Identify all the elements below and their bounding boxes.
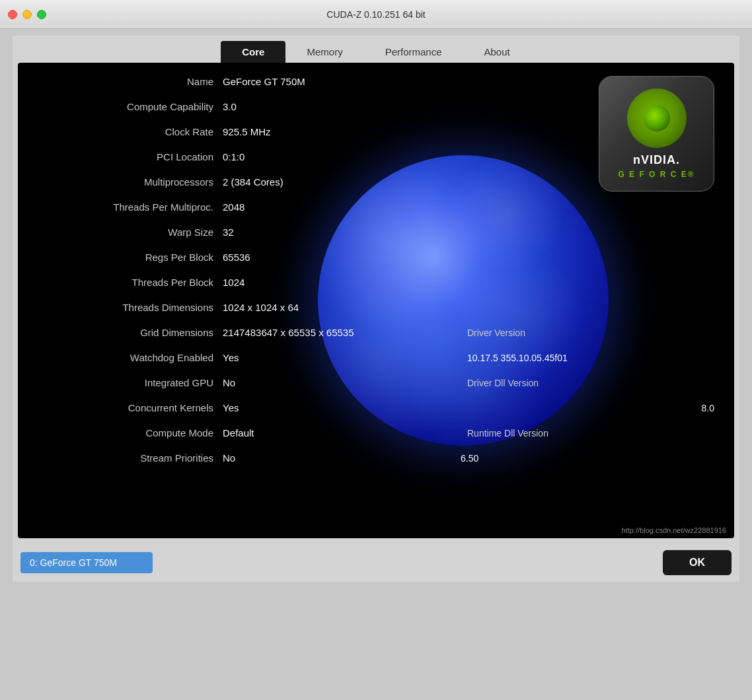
main-window: Core Memory Performance About nVIDIA. G … xyxy=(13,36,739,582)
value-integrated-gpu: No xyxy=(223,377,461,388)
nvidia-logo: nVIDIA. G E F O R C E® xyxy=(599,76,714,192)
ok-button[interactable]: OK xyxy=(663,550,732,575)
close-button[interactable] xyxy=(8,10,17,19)
value-driver-dll-version: 8.0 xyxy=(702,403,714,413)
label-compute-capability: Compute Capability xyxy=(38,101,223,112)
label-threads-dimensions: Threads Dimensions xyxy=(38,302,223,313)
tab-performance[interactable]: Performance xyxy=(364,41,463,63)
label-threads-per-multiproc: Threads Per Multiproc. xyxy=(38,201,223,213)
value-concurrent-kernels: Yes xyxy=(223,402,461,413)
value-threads-per-block: 1024 xyxy=(223,277,355,288)
value-pci-location: 0:1:0 xyxy=(223,151,355,162)
row-concurrent-kernels: Concurrent Kernels Yes 8.0 xyxy=(38,402,714,425)
tab-about[interactable]: About xyxy=(463,41,531,63)
label-pci-location: PCI Location xyxy=(38,151,223,162)
label-name: Name xyxy=(38,76,223,87)
label-driver-version: Driver Version xyxy=(467,328,525,338)
row-stream-priorities: Stream Priorities No 6.50 xyxy=(38,452,714,475)
label-regs-per-block: Regs Per Block xyxy=(38,252,223,263)
label-threads-per-block: Threads Per Block xyxy=(38,277,223,288)
geforce-text: G E F O R C E® xyxy=(618,170,695,179)
value-multiprocessors: 2 (384 Cores) xyxy=(223,176,355,188)
tabbar: Core Memory Performance About xyxy=(13,36,739,63)
row-threads-dimensions: Threads Dimensions 1024 x 1024 x 64 xyxy=(38,302,714,324)
value-warp-size: 32 xyxy=(223,227,355,238)
row-compute-mode: Compute Mode Default Runtime Dll Version xyxy=(38,427,714,450)
window-controls[interactable] xyxy=(8,10,46,19)
value-compute-capability: 3.0 xyxy=(223,101,355,112)
label-concurrent-kernels: Concurrent Kernels xyxy=(38,402,223,413)
nvidia-brand-text: nVIDIA. xyxy=(633,153,680,167)
maximize-button[interactable] xyxy=(37,10,46,19)
value-stream-priorities: No xyxy=(223,452,461,464)
row-integrated-gpu: Integrated GPU No Driver Dll Version xyxy=(38,377,714,400)
row-grid-dimensions: Grid Dimensions 2147483647 x 65535 x 655… xyxy=(38,327,714,349)
value-grid-dimensions: 2147483647 x 65535 x 65535 xyxy=(223,327,461,338)
row-warp-size: Warp Size 32 xyxy=(38,227,714,249)
row-threads-per-block: Threads Per Block 1024 xyxy=(38,277,714,299)
label-watchdog-enabled: Watchdog Enabled xyxy=(38,352,223,363)
label-compute-mode: Compute Mode xyxy=(38,427,223,438)
value-runtime-dll-version: 6.50 xyxy=(461,453,478,464)
row-threads-per-multiproc: Threads Per Multiproc. 2048 xyxy=(38,201,714,224)
row-regs-per-block: Regs Per Block 65536 xyxy=(38,252,714,274)
row-watchdog-enabled: Watchdog Enabled Yes 10.17.5 355.10.05.4… xyxy=(38,352,714,374)
value-threads-dimensions: 1024 x 1024 x 64 xyxy=(223,302,355,313)
label-integrated-gpu: Integrated GPU xyxy=(38,377,223,388)
label-grid-dimensions: Grid Dimensions xyxy=(38,327,223,338)
value-compute-mode: Default xyxy=(223,427,461,438)
label-clock-rate: Clock Rate xyxy=(38,126,223,137)
value-name: GeForce GT 750M xyxy=(223,76,355,87)
value-watchdog-enabled: Yes xyxy=(223,352,461,363)
label-runtime-dll-version: Runtime Dll Version xyxy=(467,428,548,438)
nvidia-eye-icon xyxy=(627,88,687,148)
label-multiprocessors: Multiprocessors xyxy=(38,176,223,188)
minimize-button[interactable] xyxy=(22,10,32,19)
value-regs-per-block: 65536 xyxy=(223,252,355,263)
value-driver-version: 10.17.5 355.10.05.45f01 xyxy=(467,353,568,363)
titlebar: CUDA-Z 0.10.251 64 bit xyxy=(0,0,752,29)
window-title: CUDA-Z 0.10.251 64 bit xyxy=(326,9,425,20)
label-stream-priorities: Stream Priorities xyxy=(38,452,223,464)
content-area: nVIDIA. G E F O R C E® Name GeForce GT 7… xyxy=(18,63,734,538)
tab-memory[interactable]: Memory xyxy=(285,41,363,63)
bottombar: 0: GeForce GT 750M OK xyxy=(13,543,739,582)
device-select[interactable]: 0: GeForce GT 750M xyxy=(20,552,153,573)
value-threads-per-multiproc: 2048 xyxy=(223,201,355,213)
value-clock-rate: 925.5 MHz xyxy=(223,126,355,137)
label-warp-size: Warp Size xyxy=(38,227,223,238)
tab-core[interactable]: Core xyxy=(221,41,285,63)
label-driver-dll-version: Driver Dll Version xyxy=(467,378,539,388)
watermark-text: http://blog.csdn.net/wz22881916 xyxy=(622,526,726,534)
